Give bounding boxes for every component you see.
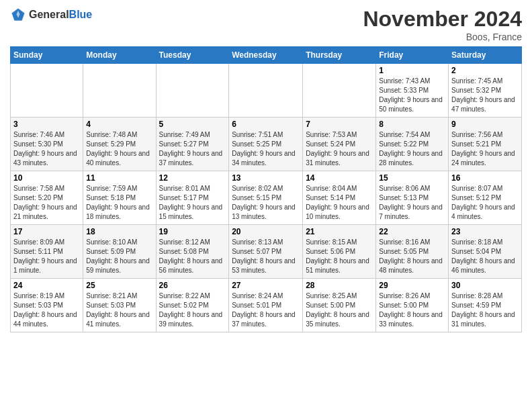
day-info: Sunrise: 7:43 AMSunset: 5:33 PMDaylight:…: [379, 77, 445, 114]
calendar-cell: [83, 64, 156, 118]
day-number: 22: [379, 227, 445, 236]
day-number: 20: [232, 227, 300, 236]
calendar-week-row: 17Sunrise: 8:09 AMSunset: 5:11 PMDayligh…: [11, 225, 522, 279]
day-info: Sunrise: 7:56 AMSunset: 5:21 PMDaylight:…: [451, 130, 519, 168]
day-number: 12: [159, 173, 226, 183]
day-info: Sunrise: 8:04 AMSunset: 5:14 PMDaylight:…: [306, 184, 373, 222]
calendar-cell: 27Sunrise: 8:24 AMSunset: 5:01 PMDayligh…: [229, 279, 303, 332]
calendar-cell: 5Sunrise: 7:49 AMSunset: 5:27 PMDaylight…: [156, 118, 229, 171]
calendar-cell: 13Sunrise: 8:02 AMSunset: 5:15 PMDayligh…: [229, 171, 303, 225]
day-number: 25: [86, 281, 152, 290]
day-number: 29: [379, 281, 445, 290]
day-info: Sunrise: 8:24 AMSunset: 5:01 PMDaylight:…: [232, 291, 300, 329]
day-number: 14: [306, 173, 373, 183]
location: Boos, France: [363, 32, 522, 42]
day-number: 18: [86, 227, 152, 236]
day-info: Sunrise: 7:46 AMSunset: 5:30 PMDaylight:…: [13, 130, 80, 168]
calendar-cell: 14Sunrise: 8:04 AMSunset: 5:14 PMDayligh…: [303, 171, 376, 225]
day-info: Sunrise: 8:28 AMSunset: 4:59 PMDaylight:…: [451, 291, 519, 329]
weekday-header: Tuesday: [156, 47, 229, 64]
day-number: 19: [159, 227, 226, 236]
logo-blue: Blue: [69, 9, 93, 20]
calendar-cell: 7Sunrise: 7:53 AMSunset: 5:24 PMDaylight…: [303, 118, 376, 171]
calendar-cell: [156, 64, 229, 118]
calendar-cell: [11, 64, 83, 118]
weekday-header: Sunday: [11, 47, 83, 64]
calendar-cell: 22Sunrise: 8:16 AMSunset: 5:05 PMDayligh…: [376, 225, 449, 279]
day-number: 28: [306, 281, 373, 290]
weekday-header: Thursday: [303, 47, 376, 64]
day-info: Sunrise: 8:12 AMSunset: 5:08 PMDaylight:…: [159, 238, 226, 275]
calendar-cell: 12Sunrise: 8:01 AMSunset: 5:17 PMDayligh…: [156, 171, 229, 225]
calendar-cell: 16Sunrise: 8:07 AMSunset: 5:12 PMDayligh…: [449, 171, 522, 225]
day-number: 26: [159, 281, 226, 290]
calendar-cell: 2Sunrise: 7:45 AMSunset: 5:32 PMDaylight…: [449, 64, 522, 118]
calendar-cell: [229, 64, 303, 118]
day-number: 15: [379, 173, 445, 183]
day-info: Sunrise: 7:49 AMSunset: 5:27 PMDaylight:…: [159, 130, 226, 168]
calendar-cell: 21Sunrise: 8:15 AMSunset: 5:06 PMDayligh…: [303, 225, 376, 279]
day-number: 30: [451, 281, 519, 290]
calendar-cell: 10Sunrise: 7:58 AMSunset: 5:20 PMDayligh…: [11, 171, 83, 225]
day-info: Sunrise: 8:26 AMSunset: 5:00 PMDaylight:…: [379, 291, 445, 329]
calendar-week-row: 3Sunrise: 7:46 AMSunset: 5:30 PMDaylight…: [11, 118, 522, 171]
day-number: 8: [379, 120, 445, 129]
calendar-cell: 18Sunrise: 8:10 AMSunset: 5:09 PMDayligh…: [83, 225, 156, 279]
calendar-week-row: 10Sunrise: 7:58 AMSunset: 5:20 PMDayligh…: [11, 171, 522, 225]
calendar-cell: 8Sunrise: 7:54 AMSunset: 5:22 PMDaylight…: [376, 118, 449, 171]
weekday-header: Monday: [83, 47, 156, 64]
calendar-cell: 28Sunrise: 8:25 AMSunset: 5:00 PMDayligh…: [303, 279, 376, 332]
calendar-cell: 15Sunrise: 8:06 AMSunset: 5:13 PMDayligh…: [376, 171, 449, 225]
calendar-cell: 3Sunrise: 7:46 AMSunset: 5:30 PMDaylight…: [11, 118, 83, 171]
day-number: 6: [232, 120, 300, 129]
day-number: 21: [306, 227, 373, 236]
day-number: 24: [13, 281, 80, 290]
day-number: 7: [306, 120, 373, 129]
day-info: Sunrise: 8:21 AMSunset: 5:03 PMDaylight:…: [86, 291, 152, 329]
calendar-cell: 20Sunrise: 8:13 AMSunset: 5:07 PMDayligh…: [229, 225, 303, 279]
day-number: 11: [86, 173, 152, 183]
day-number: 10: [13, 173, 80, 183]
calendar-week-row: 24Sunrise: 8:19 AMSunset: 5:03 PMDayligh…: [11, 279, 522, 332]
calendar-cell: 9Sunrise: 7:56 AMSunset: 5:21 PMDaylight…: [449, 118, 522, 171]
month-title: November 2024: [363, 7, 522, 32]
day-info: Sunrise: 8:09 AMSunset: 5:11 PMDaylight:…: [13, 238, 80, 275]
day-number: 1: [379, 66, 445, 75]
title-block: November 2024 Boos, France: [363, 7, 522, 42]
calendar-cell: 6Sunrise: 7:51 AMSunset: 5:25 PMDaylight…: [229, 118, 303, 171]
day-number: 17: [13, 227, 80, 236]
calendar-cell: 23Sunrise: 8:18 AMSunset: 5:04 PMDayligh…: [449, 225, 522, 279]
logo-text: GeneralBlue: [29, 9, 92, 21]
day-info: Sunrise: 7:54 AMSunset: 5:22 PMDaylight:…: [379, 130, 445, 168]
calendar-cell: 4Sunrise: 7:48 AMSunset: 5:29 PMDaylight…: [83, 118, 156, 171]
day-info: Sunrise: 8:15 AMSunset: 5:06 PMDaylight:…: [306, 238, 373, 275]
day-info: Sunrise: 8:06 AMSunset: 5:13 PMDaylight:…: [379, 184, 445, 222]
calendar-cell: 11Sunrise: 7:59 AMSunset: 5:18 PMDayligh…: [83, 171, 156, 225]
calendar-cell: [303, 64, 376, 118]
header: GeneralBlue November 2024 Boos, France: [10, 7, 522, 42]
calendar-cell: 17Sunrise: 8:09 AMSunset: 5:11 PMDayligh…: [11, 225, 83, 279]
day-number: 5: [159, 120, 226, 129]
calendar-cell: 25Sunrise: 8:21 AMSunset: 5:03 PMDayligh…: [83, 279, 156, 332]
weekday-header: Friday: [376, 47, 449, 64]
day-number: 27: [232, 281, 300, 290]
calendar-cell: 19Sunrise: 8:12 AMSunset: 5:08 PMDayligh…: [156, 225, 229, 279]
day-info: Sunrise: 7:51 AMSunset: 5:25 PMDaylight:…: [232, 130, 300, 168]
weekday-header: Wednesday: [229, 47, 303, 64]
day-number: 9: [451, 120, 519, 129]
day-info: Sunrise: 8:18 AMSunset: 5:04 PMDaylight:…: [451, 238, 519, 275]
day-info: Sunrise: 7:45 AMSunset: 5:32 PMDaylight:…: [451, 77, 519, 114]
day-number: 13: [232, 173, 300, 183]
day-number: 3: [13, 120, 80, 129]
day-info: Sunrise: 8:13 AMSunset: 5:07 PMDaylight:…: [232, 238, 300, 275]
day-info: Sunrise: 8:22 AMSunset: 5:02 PMDaylight:…: [159, 291, 226, 329]
day-info: Sunrise: 7:48 AMSunset: 5:29 PMDaylight:…: [86, 130, 152, 168]
day-info: Sunrise: 7:59 AMSunset: 5:18 PMDaylight:…: [86, 184, 152, 222]
day-number: 23: [451, 227, 519, 236]
logo-general: General: [29, 9, 69, 20]
day-info: Sunrise: 8:02 AMSunset: 5:15 PMDaylight:…: [232, 184, 300, 222]
day-info: Sunrise: 8:01 AMSunset: 5:17 PMDaylight:…: [159, 184, 226, 222]
day-info: Sunrise: 8:16 AMSunset: 5:05 PMDaylight:…: [379, 238, 445, 275]
main-container: GeneralBlue November 2024 Boos, France S…: [0, 0, 532, 339]
calendar-cell: 26Sunrise: 8:22 AMSunset: 5:02 PMDayligh…: [156, 279, 229, 332]
